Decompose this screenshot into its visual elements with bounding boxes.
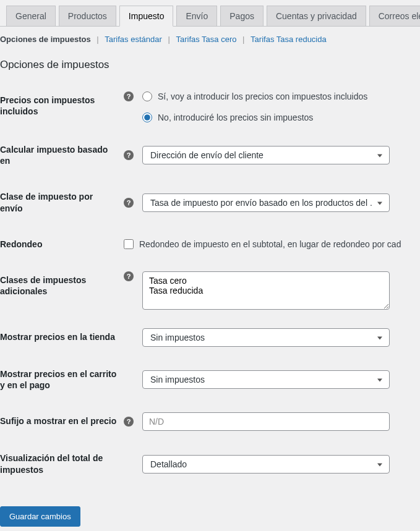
tab-envio[interactable]: Envío [176, 6, 217, 26]
radio-option-yes[interactable]: Sí, voy a introducir los precios con imp… [142, 91, 367, 101]
label-prices-with-tax: Precios con impuestos incluidos [0, 82, 124, 132]
radio-yes-input[interactable] [142, 91, 152, 101]
input-price-suffix[interactable] [142, 412, 390, 431]
tab-impuesto[interactable]: Impuesto [119, 6, 174, 27]
subnav-separator: | [168, 35, 169, 44]
tab-correos[interactable]: Correos electróni [369, 6, 420, 26]
tab-general[interactable]: General [6, 6, 56, 26]
label-display-cart: Mostrar precios en el carrito y en el pa… [0, 356, 124, 403]
label-rounding: Redondeo [0, 226, 124, 262]
tab-pagos[interactable]: Pagos [220, 6, 264, 26]
select-shipping-tax-class[interactable]: Tasa de impuesto por envío basado en los… [142, 193, 390, 212]
subnav-opciones[interactable]: Opciones de impuestos [0, 35, 95, 44]
radio-no-input[interactable] [142, 113, 152, 122]
help-icon[interactable] [124, 417, 134, 427]
save-button[interactable]: Guardar cambios [0, 506, 80, 527]
section-title: Opciones de impuestos [0, 59, 420, 71]
help-icon[interactable] [124, 91, 134, 101]
select-tax-total-display[interactable]: Detallado [142, 455, 390, 474]
checkbox-rounding[interactable] [124, 239, 134, 249]
settings-form: Precios con impuestos incluidos Sí, voy … [0, 82, 420, 488]
label-shipping-tax-class: Clase de impuesto por envío [0, 179, 124, 226]
subnav-estandar[interactable]: Tarifas estándar [101, 35, 166, 44]
label-display-shop: Mostrar precios en la tienda [0, 319, 124, 356]
tab-productos[interactable]: Productos [59, 6, 116, 26]
tab-cuentas[interactable]: Cuentas y privacidad [267, 6, 366, 26]
select-calc-based-on[interactable]: Dirección de envío del cliente [142, 146, 390, 164]
textarea-additional-classes[interactable] [142, 271, 390, 310]
label-tax-total-display: Visualización del total de impuestos [0, 440, 124, 487]
radio-group-prices: Sí, voy a introducir los precios con imp… [142, 91, 367, 122]
radio-option-no[interactable]: No, introduciré los precios sin impuesto… [142, 113, 367, 122]
subnav-tasa-reducida[interactable]: Tarifas Tasa reducida [247, 35, 330, 44]
label-price-suffix: Sufijo a mostrar en el precio [0, 403, 124, 440]
select-display-cart[interactable]: Sin impuestos [142, 370, 390, 389]
help-icon[interactable] [124, 198, 134, 208]
settings-tabs: General Productos Impuesto Envío Pagos C… [0, 0, 420, 27]
label-additional-classes: Clases de impuestos adicionales [0, 262, 124, 319]
radio-yes-label: Sí, voy a introducir los precios con imp… [158, 91, 367, 101]
subnav-separator: | [96, 35, 98, 44]
radio-no-label: No, introduciré los precios sin impuesto… [158, 113, 313, 122]
checkbox-rounding-label: Redondeo de impuesto en el subtotal, en … [139, 239, 401, 249]
help-icon[interactable] [124, 150, 134, 160]
help-icon[interactable] [124, 271, 134, 281]
subnav-separator: | [242, 35, 244, 44]
label-calc-based-on: Calcular impuesto basado en [0, 132, 124, 179]
select-display-shop[interactable]: Sin impuestos [142, 328, 390, 347]
subnav: Opciones de impuestos | Tarifas estándar… [0, 27, 420, 44]
subnav-tasa-cero[interactable]: Tarifas Tasa cero [172, 35, 240, 44]
